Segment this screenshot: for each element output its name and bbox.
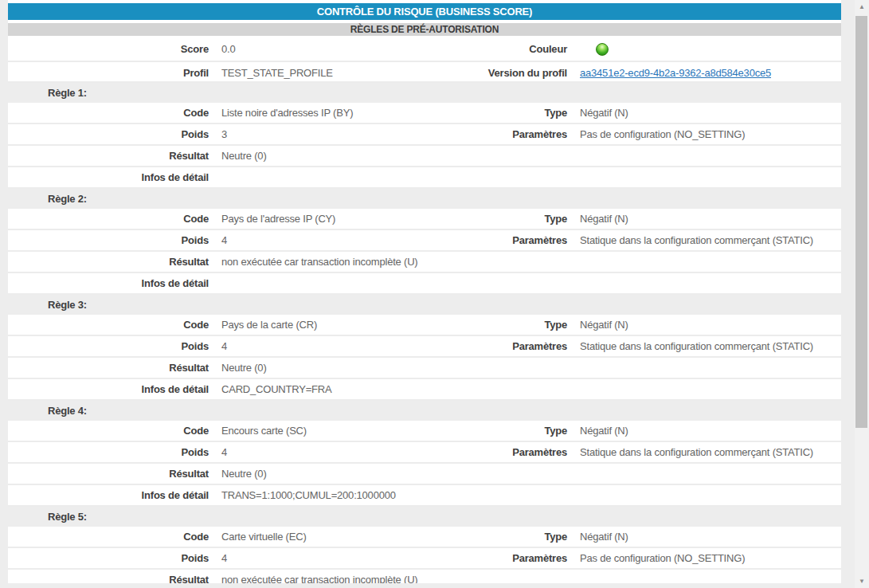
rule-type-value: Négatif (N): [567, 107, 841, 119]
rule-parametres-value: Statique dans la configuration commerçan…: [567, 446, 841, 458]
rule-type-value: Négatif (N): [567, 531, 841, 543]
vertical-scrollbar[interactable]: ▲ ▼: [855, 0, 869, 588]
rule-type-value: Négatif (N): [567, 213, 841, 225]
rule-infos-label: Infos de détail: [8, 383, 209, 395]
rules-list: Règle 1:CodeListe noire d'adresses IP (B…: [8, 83, 841, 588]
rule-code-value: Pays de la carte (CR): [209, 319, 422, 331]
rule-title: Règle 2:: [48, 193, 87, 205]
rule-row-grid: Poids4ParamètresStatique dans la configu…: [8, 230, 841, 250]
rule-poids-label: Poids: [8, 552, 209, 564]
rule-row-grid: CodeListe noire d'adresses IP (BY)TypeNé…: [8, 103, 841, 123]
rule-poids-value: 4: [209, 234, 422, 246]
rule-row-grid: Poids4ParamètresPas de configuration (NO…: [8, 548, 841, 568]
rule-type-value: Négatif (N): [567, 319, 841, 331]
rule-row-grid: Infos de détail: [8, 167, 841, 187]
rule-parametres-label: Paramètres: [422, 552, 567, 564]
rule-header-row: Règle 1:: [0, 83, 841, 103]
rule-row: Résultatnon exécutée car transaction inc…: [8, 252, 841, 273]
profil-value: TEST_STATE_PROFILE: [209, 67, 422, 79]
rule-parametres-value: Statique dans la configuration commerçan…: [567, 234, 841, 246]
rule-header-row: Règle 2:: [0, 189, 841, 209]
rule-code-label: Code: [8, 213, 209, 225]
rule-row: CodeListe noire d'adresses IP (BY)TypeNé…: [8, 103, 841, 124]
couleur-label: Couleur: [422, 43, 567, 55]
rule-row: Poids4ParamètresStatique dans la configu…: [8, 336, 841, 358]
rule-poids-value: 4: [209, 340, 422, 352]
rule-row: Infos de détail: [8, 273, 841, 295]
rule-resultat-label: Résultat: [8, 150, 209, 162]
rule-parametres-value: Pas de configuration (NO_SETTING): [567, 552, 841, 564]
rule-code-label: Code: [8, 425, 209, 437]
scroll-down-button[interactable]: ▼: [855, 574, 869, 588]
rule-row: CodeEncours carte (SC)TypeNégatif (N): [8, 421, 841, 442]
rule-row-grid: CodeEncours carte (SC)TypeNégatif (N): [8, 421, 841, 441]
rule-row-grid: RésultatNeutre (0): [8, 358, 841, 378]
rule-row: CodeCarte virtuelle (EC)TypeNégatif (N): [8, 527, 841, 548]
rule-row: Poids4ParamètresStatique dans la configu…: [8, 442, 841, 464]
rule-resultat-value: Neutre (0): [209, 362, 841, 374]
profil-version-label: Version du profil: [422, 67, 567, 79]
rule-parametres-value: Pas de configuration (NO_SETTING): [567, 128, 841, 140]
rule-row-grid: CodeCarte virtuelle (EC)TypeNégatif (N): [8, 527, 841, 547]
rule-poids-label: Poids: [8, 446, 209, 458]
score-row: Score 0.0 Couleur: [8, 36, 841, 62]
rule-row: RésultatNeutre (0): [8, 358, 841, 379]
rule-poids-label: Poids: [8, 340, 209, 352]
rule-code-label: Code: [8, 531, 209, 543]
profil-row: Profil TEST_STATE_PROFILE Version du pro…: [8, 62, 841, 83]
rule-resultat-value: Neutre (0): [209, 468, 841, 480]
rule-title: Règle 1:: [48, 87, 87, 99]
rule-infos-label: Infos de détail: [8, 489, 209, 501]
rule-parametres-label: Paramètres: [422, 446, 567, 458]
scrollbar-thumb[interactable]: [855, 16, 867, 428]
status-green-orb-icon: [596, 43, 609, 56]
panel-title: CONTRÔLE DU RISQUE (BUSINESS SCORE): [317, 6, 532, 18]
bottom-margin: [0, 583, 855, 588]
rule-type-label: Type: [422, 319, 567, 331]
rule-row: Poids3ParamètresPas de configuration (NO…: [8, 124, 841, 146]
rule-row-grid: CodePays de la carte (CR)TypeNégatif (N): [8, 315, 841, 335]
rule-type-label: Type: [422, 531, 567, 543]
rule-code-value: Carte virtuelle (EC): [209, 531, 422, 543]
score-value: 0.0: [209, 43, 422, 55]
rule-type-label: Type: [422, 425, 567, 437]
rule-type-value: Négatif (N): [567, 425, 841, 437]
rule-row-grid: Poids4ParamètresStatique dans la configu…: [8, 336, 841, 356]
rule-parametres-label: Paramètres: [422, 340, 567, 352]
rule-row: Infos de détailCARD_COUNTRY=FRA: [8, 379, 841, 401]
rule-poids-label: Poids: [8, 128, 209, 140]
rule-header-row: Règle 5:: [0, 507, 841, 527]
section-header-pre-authorisation: RÈGLES DE PRÉ-AUTORISATION: [8, 23, 841, 36]
profil-version-link[interactable]: aa3451e2-ecd9-4b2a-9362-a8d584e30ce5: [580, 67, 771, 79]
rule-poids-value: 3: [209, 128, 422, 140]
profil-label: Profil: [8, 67, 209, 79]
risk-control-panel: CONTRÔLE DU RISQUE (BUSINESS SCORE) RÈGL…: [8, 3, 841, 583]
rule-row: RésultatNeutre (0): [8, 146, 841, 167]
rule-row: RésultatNeutre (0): [8, 464, 841, 485]
rule-row-grid: Résultatnon exécutée car transaction inc…: [8, 252, 841, 272]
rule-code-value: Pays de l'adresse IP (CY): [209, 213, 422, 225]
rule-row: CodePays de la carte (CR)TypeNégatif (N): [8, 315, 841, 336]
rule-infos-value: TRANS=1:1000;CUMUL=200:1000000: [209, 489, 841, 501]
rule-row-grid: Poids4ParamètresStatique dans la configu…: [8, 442, 841, 462]
rule-code-label: Code: [8, 107, 209, 119]
rule-resultat-label: Résultat: [8, 362, 209, 374]
rule-resultat-label: Résultat: [8, 468, 209, 480]
rule-row-grid: Infos de détailTRANS=1:1000;CUMUL=200:10…: [8, 485, 841, 505]
scroll-up-button[interactable]: ▲: [855, 0, 869, 14]
rule-row-grid: CodePays de l'adresse IP (CY)TypeNégatif…: [8, 209, 841, 229]
rule-header-row: Règle 3:: [0, 295, 841, 315]
rule-row-grid: Infos de détail: [8, 273, 841, 293]
rule-title: Règle 5:: [48, 511, 87, 523]
rule-resultat-value: non exécutée car transaction incomplète …: [209, 256, 841, 268]
rule-row-grid: RésultatNeutre (0): [8, 146, 841, 166]
panel-title-bar: CONTRÔLE DU RISQUE (BUSINESS SCORE): [8, 3, 841, 20]
rule-poids-label: Poids: [8, 234, 209, 246]
rule-row: Infos de détail: [8, 167, 841, 189]
rule-row: Infos de détailTRANS=1:1000;CUMUL=200:10…: [8, 485, 841, 507]
rule-resultat-value: Neutre (0): [209, 150, 841, 162]
rule-resultat-label: Résultat: [8, 256, 209, 268]
rule-infos-label: Infos de détail: [8, 171, 209, 183]
rule-type-label: Type: [422, 107, 567, 119]
rule-infos-label: Infos de détail: [8, 277, 209, 289]
